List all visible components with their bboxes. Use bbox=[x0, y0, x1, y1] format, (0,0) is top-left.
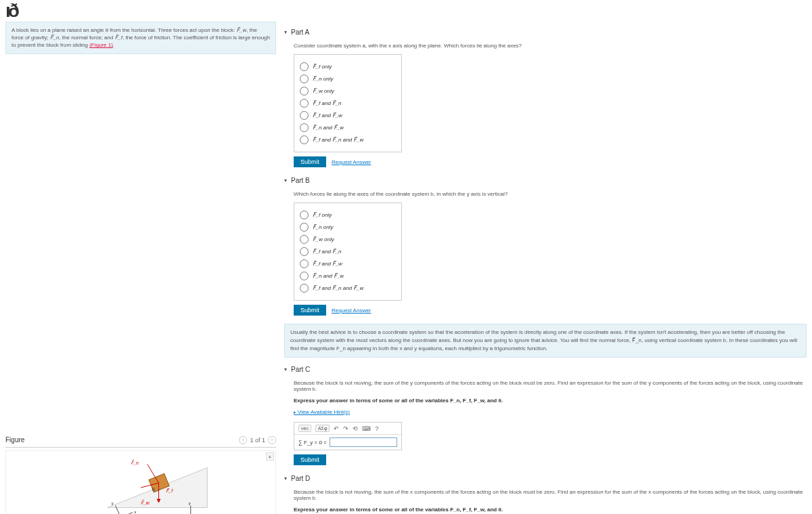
radio[interactable] bbox=[300, 211, 309, 219]
part-c-header[interactable]: ▾ Part C bbox=[284, 363, 807, 376]
collapse-icon: ▾ bbox=[284, 177, 287, 184]
part-b: ▾ Part B Which forces lie along the axes… bbox=[284, 174, 807, 318]
option-label: F⃗_f and F⃗_n bbox=[313, 100, 342, 106]
site-logo: ıð bbox=[0, 0, 812, 22]
part-title: Part D bbox=[291, 475, 310, 482]
answer-instructions: Express your answer in terms of some or … bbox=[294, 398, 807, 404]
svg-text:F⃗_f: F⃗_f bbox=[166, 487, 173, 492]
figure-prev[interactable]: ‹ bbox=[239, 436, 247, 444]
part-title: Part A bbox=[291, 28, 309, 36]
view-hints-link[interactable]: View Available Hint(s) bbox=[294, 409, 350, 415]
option[interactable]: F⃗_f and F⃗_n and F⃗_w bbox=[300, 284, 396, 293]
option-label: F⃗_n and F⃗_w bbox=[313, 273, 344, 279]
option[interactable]: F⃗_f and F⃗_w bbox=[300, 259, 396, 268]
radio[interactable] bbox=[300, 111, 309, 120]
option[interactable]: F⃗_w only bbox=[300, 87, 396, 95]
option[interactable]: F⃗_n and F⃗_w bbox=[300, 123, 396, 132]
question-text: Because the block is not moving, the sum… bbox=[294, 380, 807, 392]
problem-intro: A block lies on a plane raised an angle … bbox=[5, 22, 276, 54]
part-c: ▾ Part C Because the block is not moving… bbox=[284, 363, 807, 468]
svg-text:F⃗_w: F⃗_w bbox=[141, 499, 150, 505]
option-label: F⃗_f and F⃗_n bbox=[313, 249, 342, 255]
radio[interactable] bbox=[300, 235, 309, 244]
radio[interactable] bbox=[300, 223, 309, 232]
force-ff: F⃗_f bbox=[115, 35, 122, 41]
symbols-button[interactable]: ΑΣφ bbox=[315, 425, 330, 432]
option[interactable]: F⃗_n only bbox=[300, 74, 396, 83]
figure-page-count: 1 of 1 bbox=[250, 437, 265, 444]
radio[interactable] bbox=[300, 123, 309, 132]
figure-canvas: ▴ ▾ F⃗_w F⃗_f F⃗_n θ x bbox=[5, 450, 276, 514]
radio[interactable] bbox=[300, 272, 309, 280]
option[interactable]: F⃗_w only bbox=[300, 235, 396, 244]
radio[interactable] bbox=[300, 99, 309, 108]
option[interactable]: F⃗_f and F⃗_n bbox=[300, 99, 396, 108]
option-label: F⃗_f and F⃗_n and F⃗_w bbox=[313, 137, 363, 143]
radio[interactable] bbox=[300, 247, 309, 256]
part-d: ▾ Part D Because the block is not moving… bbox=[284, 472, 807, 514]
option[interactable]: F⃗_f and F⃗_n bbox=[300, 247, 396, 256]
answer-instructions: Express your answer in terms of some or … bbox=[294, 507, 807, 513]
option[interactable]: F⃗_f and F⃗_w bbox=[300, 111, 396, 120]
svg-text:x: x bbox=[134, 510, 136, 514]
reset-icon[interactable]: ⟲ bbox=[353, 425, 358, 432]
part-b-header[interactable]: ▾ Part B bbox=[284, 174, 807, 187]
svg-text:y: y bbox=[189, 500, 191, 505]
submit-button[interactable]: Submit bbox=[294, 454, 326, 465]
equation-toolbar: vec ΑΣφ ↶ ↷ ⟲ ⌨ ? bbox=[294, 423, 401, 435]
radio[interactable] bbox=[300, 259, 309, 268]
question-text: Because the block is not moving, the sum… bbox=[294, 489, 807, 501]
help-icon[interactable]: ? bbox=[375, 425, 378, 432]
option-label: F⃗_n only bbox=[313, 224, 333, 230]
submit-button[interactable]: Submit bbox=[294, 305, 326, 316]
answer-prefix: ∑ F_y = 0 = bbox=[298, 440, 327, 446]
option-label: F⃗_f and F⃗_n and F⃗_w bbox=[313, 285, 363, 291]
collapse-icon: ▾ bbox=[284, 475, 287, 481]
figure-pager: ‹ 1 of 1 › bbox=[239, 436, 276, 444]
radio[interactable] bbox=[300, 135, 309, 144]
option-label: F⃗_n and F⃗_w bbox=[313, 125, 344, 131]
radio[interactable] bbox=[300, 284, 309, 293]
option[interactable]: F⃗_f and F⃗_n and F⃗_w bbox=[300, 135, 396, 144]
radio[interactable] bbox=[300, 62, 309, 71]
redo-icon[interactable]: ↷ bbox=[343, 425, 348, 432]
option[interactable]: F⃗_n and F⃗_w bbox=[300, 272, 396, 280]
option[interactable]: F⃗_f only bbox=[300, 211, 396, 219]
question-text: Which forces lie along the axes of the c… bbox=[294, 191, 807, 197]
force-fn: F⃗_n bbox=[50, 35, 60, 41]
collapse-icon: ▾ bbox=[284, 29, 287, 35]
part-a: ▾ Part A Consider coordinate system a, w… bbox=[284, 26, 807, 170]
submit-button[interactable]: Submit bbox=[294, 156, 326, 167]
radio[interactable] bbox=[300, 74, 309, 83]
svg-text:θ: θ bbox=[152, 487, 155, 492]
option-label: F⃗_n only bbox=[313, 76, 333, 82]
figure-link[interactable]: (Figure 1) bbox=[89, 42, 113, 48]
answer-box: vec ΑΣφ ↶ ↷ ⟲ ⌨ ? ∑ F_y = 0 = bbox=[294, 422, 402, 450]
option-label: F⃗_w only bbox=[313, 88, 334, 94]
keyboard-icon[interactable]: ⌨ bbox=[362, 425, 371, 432]
option[interactable]: F⃗_f only bbox=[300, 62, 396, 71]
svg-text:y: y bbox=[112, 500, 114, 505]
option[interactable]: F⃗_n only bbox=[300, 223, 396, 232]
option-label: F⃗_f only bbox=[313, 212, 332, 218]
option-label: F⃗_f only bbox=[313, 64, 332, 70]
intro-text: A block lies on a plane raised an angle … bbox=[12, 27, 237, 33]
templates-button[interactable]: vec bbox=[298, 425, 311, 432]
intro-text: . bbox=[113, 42, 114, 48]
options-box: F⃗_f only F⃗_n only F⃗_w only F⃗_f and F… bbox=[294, 54, 402, 152]
request-answer-link[interactable]: Request Answer bbox=[332, 159, 371, 165]
intro-text: , the normal force; and bbox=[59, 35, 114, 41]
scroll-up[interactable]: ▴ bbox=[266, 452, 274, 461]
radio[interactable] bbox=[300, 87, 309, 95]
part-a-header[interactable]: ▾ Part A bbox=[284, 26, 807, 39]
figure-next[interactable]: › bbox=[268, 436, 276, 444]
figure-title: Figure bbox=[5, 436, 24, 444]
undo-icon[interactable]: ↶ bbox=[334, 425, 339, 432]
part-d-header[interactable]: ▾ Part D bbox=[284, 472, 807, 485]
options-box: F⃗_f only F⃗_n only F⃗_w only F⃗_f and F… bbox=[294, 202, 402, 301]
collapse-icon: ▾ bbox=[284, 366, 287, 372]
request-answer-link[interactable]: Request Answer bbox=[332, 307, 371, 314]
answer-input[interactable] bbox=[330, 437, 397, 447]
instructional-note: Usually the best advice is to choose a c… bbox=[284, 324, 807, 358]
question-text: Consider coordinate system a, with the x… bbox=[294, 43, 807, 49]
